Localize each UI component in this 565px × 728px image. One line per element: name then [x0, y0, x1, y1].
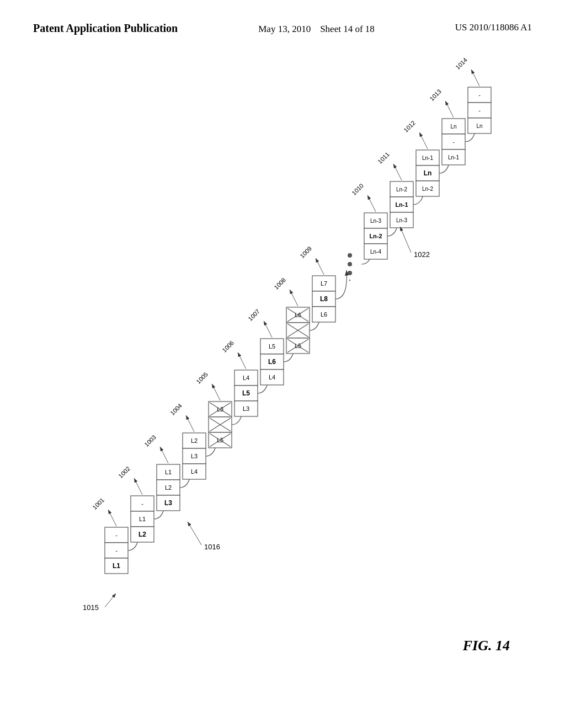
svg-line-107 — [186, 415, 194, 432]
svg-line-105 — [160, 447, 168, 463]
svg-text:-: - — [478, 92, 481, 98]
svg-text:1022: 1022 — [414, 250, 430, 259]
svg-text:Ln-1: Ln-1 — [448, 154, 459, 160]
svg-line-123 — [419, 132, 428, 149]
svg-text:1011: 1011 — [376, 151, 391, 165]
svg-text:1013: 1013 — [428, 88, 443, 102]
svg-text:-: - — [141, 500, 143, 507]
svg-text:Ln: Ln — [450, 124, 456, 130]
svg-text:Ln-2: Ln-2 — [422, 186, 433, 192]
svg-point-68 — [348, 253, 352, 258]
svg-text:·: · — [349, 275, 351, 285]
svg-text:L7: L7 — [321, 280, 327, 287]
svg-line-130 — [105, 593, 116, 607]
svg-text:-: - — [452, 138, 455, 145]
patent-diagram: - - L1 - L1 L2 — [0, 53, 565, 687]
svg-text:L5: L5 — [242, 389, 250, 397]
svg-text:-: - — [478, 107, 481, 114]
svg-text:L2: L2 — [138, 531, 146, 538]
svg-text:L4: L4 — [191, 468, 198, 475]
svg-text:1010: 1010 — [350, 182, 365, 196]
svg-text:L1: L1 — [165, 469, 172, 475]
svg-point-69 — [348, 262, 352, 266]
svg-text:L3: L3 — [191, 453, 198, 459]
svg-text:-: - — [115, 547, 118, 554]
svg-text:Ln-1: Ln-1 — [422, 155, 433, 161]
svg-line-103 — [134, 478, 142, 495]
svg-text:Ln-2: Ln-2 — [396, 186, 407, 192]
svg-text:Ln: Ln — [476, 123, 482, 129]
svg-text:1007: 1007 — [247, 308, 261, 322]
svg-text:Ln-2: Ln-2 — [369, 233, 382, 239]
svg-text:Ln-4: Ln-4 — [370, 249, 381, 255]
diagram-content: - - L1 - L1 L2 — [83, 56, 491, 612]
sheet-text: Sheet 14 of 18 — [320, 24, 375, 34]
svg-line-121 — [393, 164, 402, 180]
svg-text:1008: 1008 — [273, 276, 287, 291]
svg-text:L6: L6 — [268, 358, 276, 366]
svg-line-117 — [316, 258, 324, 275]
svg-line-127 — [471, 69, 479, 86]
svg-text:1006: 1006 — [221, 339, 235, 354]
svg-text:Ln-1: Ln-1 — [395, 201, 408, 208]
svg-line-134 — [400, 227, 411, 253]
svg-text:1009: 1009 — [299, 245, 313, 259]
svg-text:Ln-3: Ln-3 — [370, 218, 381, 224]
diagram-area: - - L1 - L1 L2 — [0, 53, 565, 687]
svg-text:1003: 1003 — [143, 433, 157, 448]
sheet-info: May 13, 2010 Sheet 14 of 18 — [258, 22, 375, 36]
svg-line-132 — [188, 522, 201, 545]
svg-text:L6: L6 — [321, 311, 327, 318]
svg-line-125 — [445, 101, 454, 117]
svg-text:1002: 1002 — [117, 465, 131, 479]
svg-text:L3: L3 — [164, 499, 172, 507]
svg-text:1014: 1014 — [454, 56, 468, 71]
svg-text:L3: L3 — [243, 405, 249, 412]
svg-line-115 — [290, 290, 298, 306]
svg-text:1001: 1001 — [91, 496, 105, 511]
svg-line-113 — [264, 321, 272, 338]
svg-text:L4: L4 — [243, 374, 249, 381]
svg-line-101 — [108, 510, 116, 526]
svg-text:Ln-3: Ln-3 — [396, 217, 407, 223]
svg-text:-: - — [115, 532, 118, 538]
svg-line-109 — [212, 384, 220, 400]
svg-text:1005: 1005 — [195, 371, 209, 385]
svg-point-70 — [348, 271, 352, 275]
svg-text:1015: 1015 — [83, 603, 99, 612]
svg-line-111 — [238, 352, 246, 369]
page-header: Patent Application Publication May 13, 2… — [0, 0, 565, 47]
svg-text:L2: L2 — [191, 437, 198, 444]
svg-line-119 — [367, 195, 376, 212]
patent-number: US 2010/118086 A1 — [455, 22, 532, 33]
date-text: May 13, 2010 — [258, 24, 311, 34]
svg-text:L8: L8 — [320, 295, 328, 303]
svg-text:L2: L2 — [165, 484, 172, 491]
figure-label: FIG. 14 — [463, 638, 510, 654]
svg-text:L5: L5 — [269, 343, 275, 350]
svg-text:1004: 1004 — [169, 402, 183, 416]
svg-text:Ln: Ln — [424, 169, 432, 177]
svg-text:L4: L4 — [269, 374, 275, 381]
publication-title: Patent Application Publication — [33, 22, 178, 35]
svg-text:1016: 1016 — [204, 543, 220, 551]
svg-text:L1: L1 — [113, 562, 120, 570]
svg-text:L1: L1 — [139, 516, 146, 522]
svg-text:1012: 1012 — [402, 119, 417, 133]
